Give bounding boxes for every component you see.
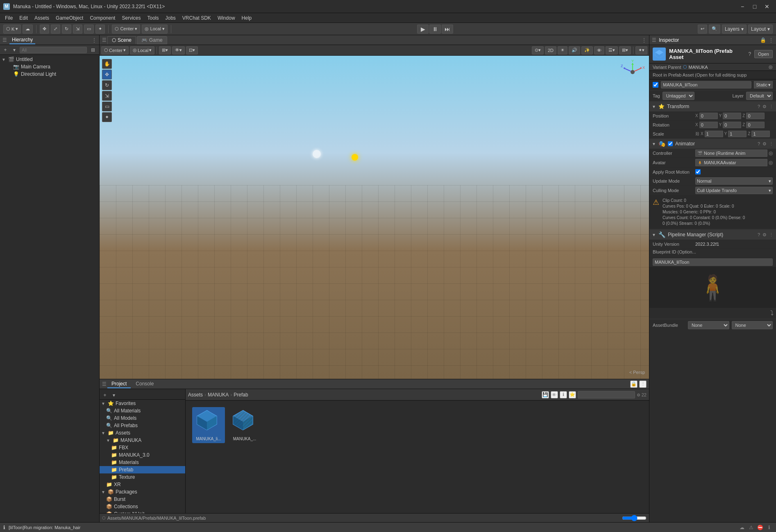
layer-dropdown[interactable]: Default [746, 92, 773, 100]
layout-dropdown[interactable]: Layout ▾ [748, 25, 773, 34]
rotation-z[interactable] [746, 122, 765, 128]
variant-parent-icon[interactable]: ⬡ [683, 64, 687, 70]
object-enabled-checkbox[interactable] [653, 82, 658, 88]
menu-assets[interactable]: Assets [31, 14, 52, 22]
move-tool[interactable]: ⤢ [51, 25, 60, 34]
xr-item[interactable]: 📁 XR [100, 481, 185, 488]
console-tab[interactable]: Console [132, 380, 158, 388]
assetbundle-dropdown[interactable]: None [688, 321, 729, 329]
tag-dropdown[interactable]: Untagged [663, 92, 694, 100]
menu-services[interactable]: Services [118, 14, 144, 22]
project-more-btn[interactable]: ⋮ [639, 380, 647, 388]
hierarchy-more-btn[interactable]: ⋮ [92, 37, 97, 43]
scene-light-btn[interactable]: ☀ [558, 46, 567, 54]
scene-tab[interactable]: ⬡ Scene [107, 36, 136, 44]
custom-scene-btn[interactable]: ✦ [102, 112, 112, 122]
project-tab[interactable]: Project [107, 380, 131, 388]
position-y[interactable] [723, 113, 741, 119]
cloud-button[interactable]: ☁ [23, 25, 33, 34]
file-item-manuka-liltoon[interactable]: MANUKA_li... [192, 407, 225, 443]
controller-target-btn[interactable]: ◎ [769, 150, 773, 156]
manuka-item[interactable]: ▼ 📁 MANUKA [100, 437, 185, 444]
project-eye-btn[interactable]: 👁 [551, 391, 558, 398]
update-mode-dropdown[interactable]: Normal ▾ [695, 177, 773, 185]
object-name-field[interactable] [661, 81, 751, 88]
prefab-folder-item[interactable]: 📁 Prefab [100, 466, 185, 473]
rotate-scene-btn[interactable]: ↻ [102, 80, 112, 90]
local-button[interactable]: ◎ Local ▾ [142, 25, 167, 34]
transform-settings-btn[interactable]: ⚙ [762, 104, 767, 109]
undo-history-button[interactable]: ↩ [698, 25, 707, 34]
project-save-btn[interactable]: 💾 [542, 391, 549, 398]
position-x[interactable] [699, 113, 718, 119]
apply-root-motion-checkbox[interactable] [695, 169, 701, 174]
scene-fx-btn[interactable]: ✨ [581, 46, 593, 54]
step-button[interactable]: ⏭ [442, 25, 453, 34]
texture-item[interactable]: 📁 Texture [100, 473, 185, 481]
scene-vis-btn[interactable]: 👁▾ [172, 46, 185, 54]
fbx-item[interactable]: 📁 FBX [100, 444, 185, 451]
scene-view[interactable]: ✋ ✥ ↻ ⇲ ▭ ✦ X [100, 56, 649, 379]
materials-item[interactable]: 📁 Materials [100, 459, 185, 466]
scale-tool[interactable]: ⇲ [73, 25, 82, 34]
all-prefabs-item[interactable]: 🔍 All Prefabs [100, 422, 185, 429]
assets-item[interactable]: ▼ 📁 Assets [100, 429, 185, 437]
pipeline-header[interactable]: ▼ 🔧 Pipeline Manager (Script) ? ⚙ ⋮ [649, 230, 776, 240]
animator-header[interactable]: ▼ 🎭 Animator ? ⚙ ⋮ [649, 139, 776, 149]
scene-snap-btn[interactable]: ⊡▾ [186, 46, 198, 54]
menu-window[interactable]: Window [214, 14, 238, 22]
favorites-item[interactable]: ▼ ⭐ Favorites [100, 400, 185, 407]
all-models-item[interactable]: 🔍 All Models [100, 414, 185, 422]
rect-scene-btn[interactable]: ▭ [102, 102, 112, 111]
culling-mode-dropdown[interactable]: Cull Update Transfo ▾ [695, 187, 773, 194]
scene-more-btn[interactable]: ⋮ [642, 37, 647, 43]
project-add-more-btn[interactable]: ▾ [110, 392, 118, 399]
scroll-right-btn[interactable]: ⤵ [770, 310, 774, 317]
play-button[interactable]: ▶ [417, 25, 429, 34]
project-add-btn[interactable]: + [101, 392, 109, 399]
scene-2d-btn[interactable]: 2D [545, 46, 556, 54]
scale-scene-btn[interactable]: ⇲ [102, 91, 112, 101]
status-info-btn[interactable]: ℹ [765, 524, 773, 531]
project-search-input[interactable] [578, 391, 635, 398]
transform-more-btn[interactable]: ⋮ [769, 104, 774, 109]
inspector-open-btn[interactable]: Open [754, 50, 773, 58]
file-item-manuka-2[interactable]: MANUKA_... [228, 407, 261, 443]
transform-header[interactable]: ▼ ⭐ Transform ? ⚙ ⋮ [649, 102, 776, 111]
scene-hidden-btn[interactable]: 👁 [594, 46, 604, 54]
hierarchy-item-untitled[interactable]: ▼ 🎬 Untitled [0, 56, 99, 63]
hierarchy-search-input[interactable] [20, 47, 87, 53]
project-lock-btn[interactable]: 🔒 [630, 380, 638, 388]
pause-button[interactable]: ⏸ [429, 25, 441, 34]
rotation-y[interactable] [723, 122, 741, 128]
menu-jobs[interactable]: Jobs [162, 14, 179, 22]
project-zoom-slider[interactable] [622, 516, 647, 520]
animator-settings-btn[interactable]: ⚙ [762, 141, 767, 147]
manuka30-item[interactable]: 📁 MANUKA_3.0 [100, 451, 185, 459]
move-scene-btn[interactable]: ✥ [102, 70, 112, 79]
scale-x[interactable] [705, 131, 723, 137]
scene-audio-btn[interactable]: 🔊 [569, 46, 580, 54]
scale-z[interactable] [751, 131, 770, 137]
account-button[interactable]: ⬡ K ▾ [3, 25, 21, 34]
variant-parent-target-btn[interactable]: ◎ [769, 64, 773, 70]
hierarchy-more-button[interactable]: ▾ [11, 46, 18, 54]
pipeline-more-btn[interactable]: ⋮ [769, 232, 774, 238]
scene-local-btn[interactable]: ◎ Local ▾ [130, 46, 154, 54]
rect-tool[interactable]: ▭ [84, 25, 94, 34]
rotate-tool[interactable]: ↻ [62, 25, 71, 34]
avatar-target-btn[interactable]: ◎ [769, 160, 773, 165]
pipeline-settings-btn[interactable]: ⚙ [762, 232, 767, 238]
menu-vrchat-sdk[interactable]: VRChat SDK [179, 14, 214, 22]
layers-dropdown[interactable]: Layers ▾ [722, 25, 747, 34]
hierarchy-tab[interactable]: Hierarchy [9, 36, 35, 44]
project-star-btn[interactable]: ⭐ [569, 391, 576, 398]
pipeline-help-btn[interactable]: ? [758, 232, 760, 237]
rotation-x[interactable] [699, 122, 718, 128]
burst-item[interactable]: 📦 Burst [100, 496, 185, 503]
hand-tool-btn[interactable]: ✋ [102, 59, 112, 69]
breadcrumb-assets[interactable]: Assets [188, 392, 203, 398]
animator-help-btn[interactable]: ? [758, 141, 760, 146]
packages-item[interactable]: ▼ 📦 Packages [100, 488, 185, 496]
collections-item[interactable]: 📦 Collections [100, 503, 185, 510]
